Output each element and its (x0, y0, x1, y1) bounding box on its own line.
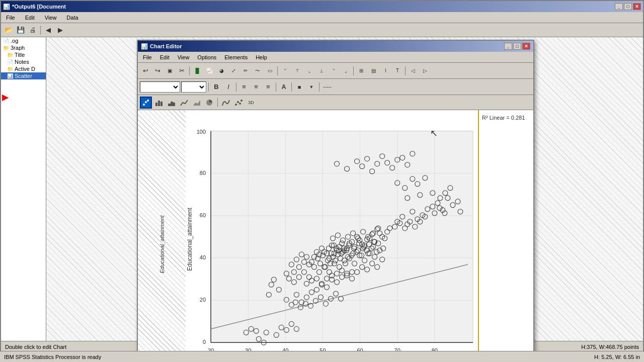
select-all-btn[interactable]: ▣ (164, 65, 175, 76)
svg-text:80: 80 (200, 170, 206, 176)
scatter-plot-btn[interactable] (140, 97, 152, 109)
chart-main-area: Educational_attainment (138, 110, 533, 352)
size-combo[interactable] (181, 81, 206, 93)
spss-win-buttons[interactable]: _ □ ✕ (615, 3, 641, 10)
chart-menu-view[interactable]: View (175, 53, 193, 61)
align-center-btn[interactable]: ≡ (251, 81, 262, 93)
bar-chart-btn[interactable] (153, 97, 165, 108)
nav-item-title[interactable]: 📁 Title (1, 51, 46, 58)
open-btn[interactable]: 📂 (3, 25, 14, 36)
3d-btn[interactable]: 3D (246, 97, 257, 108)
status-left: Double click to edit Chart (5, 344, 66, 350)
bold-btn[interactable]: B (211, 81, 222, 93)
chart-type-line[interactable]: 📈 (204, 65, 215, 76)
cut-btn[interactable]: ✂ (176, 65, 187, 76)
chart-menu-elements[interactable]: Elements (221, 53, 251, 61)
draw-spline[interactable]: 〜 (252, 65, 263, 76)
spss-menu-file[interactable]: File (3, 14, 18, 22)
nav-item-log[interactable]: 📄 .og (1, 37, 46, 44)
nav-panel: 📄 .og 📁 3raph 📁 Title 📄 Notes 📁 Active D… (1, 37, 46, 352)
print-btn[interactable]: 🖨 (27, 25, 38, 36)
grid-lines-btn[interactable]: ⊞ (356, 65, 367, 76)
line-style-btn[interactable]: —— (321, 81, 333, 93)
nav-item-scatter[interactable]: 📊 Scatter (1, 72, 46, 79)
anchor-tc[interactable]: ⊤ (292, 65, 303, 76)
anchor-bc[interactable]: ⊥ (316, 65, 327, 76)
line-chart-btn[interactable] (179, 97, 190, 108)
nav-item-graph[interactable]: 📁 3raph (1, 44, 46, 51)
tsep9 (319, 82, 319, 92)
chart-close-btn[interactable]: ✕ (522, 43, 530, 50)
nav-icon-scatter: 📊 (7, 73, 13, 79)
nav-item-active[interactable]: 📁 Active D (1, 65, 46, 72)
svg-text:60: 60 (200, 212, 206, 218)
tsep4 (405, 66, 406, 75)
fill-color-btn[interactable]: ■ (294, 81, 305, 93)
spss-title-left: 📊 *Output6 [Document (3, 4, 66, 10)
area-chart-btn[interactable] (191, 97, 202, 108)
spss-global-statusbar: IBM SPSS Statistics Processor is ready H… (0, 351, 644, 362)
draw-rect[interactable]: ▭ (264, 65, 275, 76)
nav-item-notes[interactable]: 📄 Notes (1, 58, 46, 65)
spss-menu-edit[interactable]: Edit (22, 14, 38, 22)
back-btn[interactable]: ◀ (43, 25, 54, 36)
r2-label: R² Linear = 0.281 (479, 110, 533, 126)
dot-plot-btn[interactable] (233, 97, 244, 108)
text-color-btn[interactable]: A (278, 81, 289, 93)
table-btn[interactable]: ▤ (368, 65, 379, 76)
chart-restore-btn[interactable]: □ (513, 43, 521, 50)
chart-menu-help[interactable]: Help (253, 53, 270, 61)
anchor-br[interactable]: ⌟ (340, 65, 351, 76)
chart-scatter-arrow[interactable]: ⤢ (228, 65, 239, 76)
anchor-tr[interactable]: ⌝ (328, 65, 339, 76)
font-combo[interactable] (140, 81, 180, 93)
fwd-btn[interactable]: ▶ (55, 25, 66, 36)
y-axis-side-label: Educational_attainment (159, 216, 165, 274)
chart-type-pie[interactable]: ◕ (216, 65, 227, 76)
align-left-btn[interactable]: ≡ (238, 81, 250, 93)
spss-maximize-btn[interactable]: □ (624, 3, 632, 10)
spss-close-btn[interactable]: ✕ (633, 3, 641, 10)
align-right-btn[interactable]: ≡ (263, 81, 274, 93)
svg-marker-9 (193, 100, 200, 106)
redo-btn[interactable]: ↪ (152, 65, 163, 76)
draw-pencil[interactable]: ✏ (240, 65, 251, 76)
textbox-btn[interactable]: T (392, 65, 403, 76)
anchor-bl[interactable]: ⌞ (304, 65, 315, 76)
move-forward-btn[interactable]: ◁ (408, 65, 419, 76)
color-dropdown-btn[interactable]: ▼ (306, 81, 317, 93)
chart-toolbar1: ↩ ↪ ▣ ✂ ▐▌ 📈 ◕ ⤢ ✏ 〜 ▭ ⌜ ⊤ ⌞ ⊥ (138, 63, 533, 79)
chart-type-bar[interactable]: ▐▌ (192, 65, 203, 76)
italic-btn[interactable]: I (223, 81, 234, 93)
svg-point-2 (147, 100, 149, 102)
spss-menu-view[interactable]: View (42, 14, 60, 22)
tsep6 (236, 82, 236, 92)
nav-icon-active: 📁 (7, 66, 13, 72)
spss-menu-data[interactable]: Data (63, 14, 81, 22)
spss-icon: 📊 (3, 4, 10, 10)
chart-title: Chart Editor (150, 43, 182, 49)
chart-editor-titlebar: 📊 Chart Editor _ □ ✕ (138, 41, 533, 52)
chart-menu-edit[interactable]: Edit (157, 53, 173, 61)
active-marker: ▶ (2, 93, 8, 102)
chart-plot-area[interactable]: 0 20 40 60 80 100 20 30 40 50 60 (186, 110, 478, 352)
spline-btn[interactable] (220, 97, 231, 108)
svg-rect-4 (158, 101, 160, 106)
chart-win-buttons[interactable]: _ □ ✕ (504, 43, 530, 50)
axis-btn[interactable]: ⌇ (380, 65, 391, 76)
histogram-btn[interactable] (166, 97, 177, 108)
pie-chart-btn[interactable] (204, 97, 215, 108)
tsep2 (277, 66, 278, 75)
svg-point-13 (239, 103, 241, 105)
chart-menu-file[interactable]: File (140, 53, 155, 61)
spss-minimize-btn[interactable]: _ (615, 3, 623, 10)
move-back-btn[interactable]: ▷ (420, 65, 431, 76)
anchor-tl[interactable]: ⌜ (280, 65, 291, 76)
svg-point-14 (240, 100, 243, 102)
tsep8 (291, 82, 292, 92)
chart-minimize-btn[interactable]: _ (504, 43, 512, 50)
save-btn[interactable]: 💾 (15, 25, 26, 36)
chart-menu-options[interactable]: Options (194, 53, 219, 61)
undo-btn[interactable]: ↩ (140, 65, 151, 76)
chart-toolbar2: B I ≡ ≡ ≡ A ■ ▼ —— (138, 79, 533, 95)
